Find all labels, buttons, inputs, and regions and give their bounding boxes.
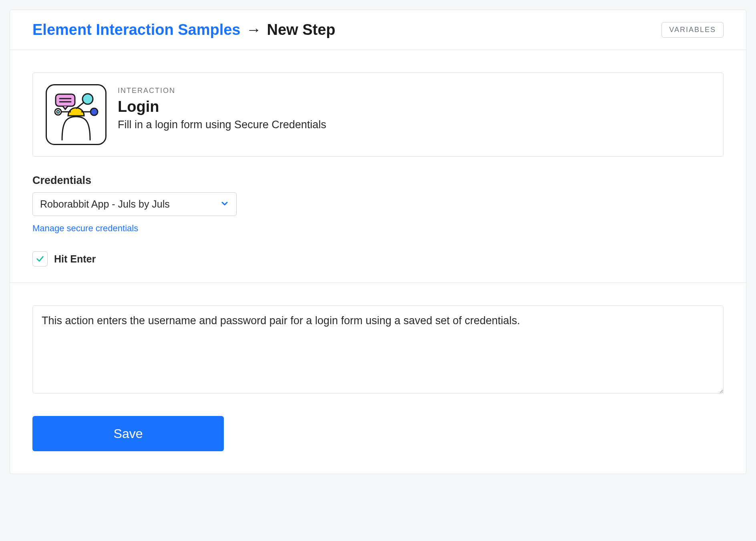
card-footer: Save (10, 283, 746, 474)
interaction-description: Fill in a login form using Secure Creden… (118, 119, 326, 131)
step-editor-card: Element Interaction Samples → New Step V… (10, 10, 746, 474)
interaction-category-label: INTERACTION (118, 87, 326, 95)
interaction-summary: INTERACTION Login Fill in a login form u… (32, 73, 724, 157)
svg-point-9 (57, 111, 60, 113)
save-button[interactable]: Save (32, 416, 224, 451)
card-header: Element Interaction Samples → New Step V… (10, 10, 746, 50)
credentials-selected-value: Roborabbit App - Juls by Juls (40, 198, 170, 210)
hit-enter-label: Hit Enter (54, 253, 96, 265)
manage-credentials-link[interactable]: Manage secure credentials (32, 223, 138, 234)
breadcrumb: Element Interaction Samples → New Step (32, 21, 336, 38)
svg-point-6 (82, 94, 93, 104)
credentials-label: Credentials (32, 174, 724, 187)
svg-rect-3 (56, 94, 75, 106)
step-description-textarea[interactable] (32, 305, 724, 394)
interaction-icon (46, 84, 107, 145)
svg-point-7 (90, 108, 98, 115)
checkmark-icon (36, 254, 44, 263)
interaction-text: INTERACTION Login Fill in a login form u… (118, 84, 326, 131)
hit-enter-row: Hit Enter (32, 251, 724, 266)
credentials-select[interactable]: Roborabbit App - Juls by Juls (32, 192, 237, 216)
breadcrumb-parent-link[interactable]: Element Interaction Samples (32, 21, 241, 38)
card-body: INTERACTION Login Fill in a login form u… (10, 50, 746, 283)
hit-enter-checkbox[interactable] (32, 251, 48, 266)
variables-button[interactable]: VARIABLES (662, 22, 724, 38)
interaction-title: Login (118, 98, 326, 115)
breadcrumb-current: New Step (267, 21, 336, 38)
breadcrumb-arrow-icon: → (246, 21, 261, 38)
